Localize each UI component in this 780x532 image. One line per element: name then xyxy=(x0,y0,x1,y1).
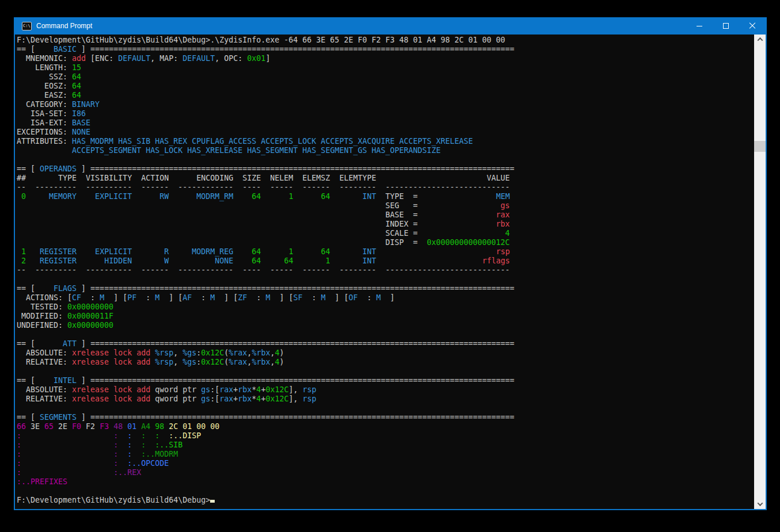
console-line: : : : : : :..DISP xyxy=(17,431,754,441)
console-line: ABSOLUTE: xrelease lock add qword ptr gs… xyxy=(17,385,754,395)
console-line xyxy=(17,275,754,284)
console-line: 1 REGISTER EXPLICIT R MODRM_REG 64 1 64 … xyxy=(17,247,754,257)
console-line: F:\Development\GitHub\zydis\Build64\Debu… xyxy=(17,496,754,505)
console-line: BASE = rax xyxy=(17,210,754,220)
console-line xyxy=(17,404,754,413)
console-line: : : : : :..SIB xyxy=(17,441,754,450)
console-line: RELATIVE: xrelease lock add %rsp, %gs:0x… xyxy=(17,358,754,367)
console-line xyxy=(17,367,754,376)
console-line: : : : :..MODRM xyxy=(17,450,754,459)
console-line: 0 MEMORY EXPLICIT RW MODRM_RM 64 1 64 IN… xyxy=(17,192,754,201)
console-line: EASZ: 64 xyxy=(17,91,754,100)
console-line: : : :..OPCODE xyxy=(17,459,754,468)
console-line: TESTED: 0x00000000 xyxy=(17,303,754,312)
console-line: ## TYPE VISIBILITY ACTION ENCODING SIZE … xyxy=(17,174,754,183)
console-line: INDEX = rbx xyxy=(17,220,754,229)
chevron-up-icon xyxy=(757,37,763,43)
scroll-down-button[interactable] xyxy=(754,499,766,509)
text-cursor xyxy=(210,496,215,503)
console-line: -- --------- ---------- ------ ---------… xyxy=(17,266,754,275)
console-line: F:\Development\GitHub\zydis\Build64\Debu… xyxy=(17,36,754,45)
window-content: F:\Development\GitHub\zydis\Build64\Debu… xyxy=(15,35,766,509)
console-line: -- --------- ---------- ------ ---------… xyxy=(17,183,754,192)
console-line: 2 REGISTER HIDDEN W NONE 64 64 1 INT rfl… xyxy=(17,257,754,266)
console-line: ACCEPTS_SEGMENT HAS_LOCK HAS_XRELEASE HA… xyxy=(17,146,754,155)
console-line: == [ OPERANDS ] ========================… xyxy=(17,164,754,174)
scroll-up-button[interactable] xyxy=(754,35,766,44)
console-line: MNEMONIC: add [ENC: DEFAULT, MAP: DEFAUL… xyxy=(17,54,754,63)
chevron-down-icon xyxy=(757,500,763,506)
console-line: EOSZ: 64 xyxy=(17,82,754,91)
console-line: 66 3E 65 2E F0 F2 F3 48 01 A4 98 2C 01 0… xyxy=(17,422,754,431)
console-line: == [ ATT ] =============================… xyxy=(17,339,754,349)
console-line: == [ BASIC ] ===========================… xyxy=(17,45,754,54)
console-line: DISP = 0x000000000000012C xyxy=(17,238,754,247)
console-line: ISA-SET: I86 xyxy=(17,109,754,118)
console-line: SEG = gs xyxy=(17,201,754,210)
console-line: SCALE = 4 xyxy=(17,229,754,238)
command-prompt-window: C:\ Command Prompt F:\Development\GitHub… xyxy=(14,17,767,510)
minimize-button[interactable] xyxy=(686,17,713,35)
console-line: ABSOLUTE: xrelease lock add %rsp, %gs:0x… xyxy=(17,349,754,358)
console-line xyxy=(17,487,754,496)
console-line: == [ SEGMENTS ] ========================… xyxy=(17,413,754,422)
title-bar[interactable]: C:\ Command Prompt xyxy=(15,17,766,35)
console-line: == [ INTEL ] ===========================… xyxy=(17,376,754,385)
cmd-icon[interactable]: C:\ xyxy=(22,22,32,30)
window-title: Command Prompt xyxy=(36,22,92,30)
console-line xyxy=(17,330,754,339)
console-line: EXCEPTIONS: NONE xyxy=(17,128,754,137)
scrollbar-thumb[interactable] xyxy=(754,141,766,152)
console-line: :..PREFIXES xyxy=(17,477,754,487)
console-line: ISA-EXT: BASE xyxy=(17,118,754,128)
console-line: CATEGORY: BINARY xyxy=(17,100,754,109)
maximize-button[interactable] xyxy=(713,17,739,35)
console-line: LENGTH: 15 xyxy=(17,63,754,72)
console-line: ACTIONS: [CF : M ] [PF : M ] [AF : M ] [… xyxy=(17,293,754,303)
close-button[interactable] xyxy=(739,17,766,35)
console-line: ATTRIBUTES: HAS_MODRM HAS_SIB HAS_REX CP… xyxy=(17,137,754,146)
console-line: == [ FLAGS ] ===========================… xyxy=(17,284,754,293)
vertical-scrollbar[interactable] xyxy=(754,35,766,509)
console-line xyxy=(17,155,754,164)
console-line: MODIFIED: 0x0000011F xyxy=(17,312,754,321)
close-icon xyxy=(749,22,756,29)
console-line: : :..REX xyxy=(17,468,754,477)
console-output[interactable]: F:\Development\GitHub\zydis\Build64\Debu… xyxy=(15,35,754,509)
minimize-icon xyxy=(697,26,702,26)
console-line: RELATIVE: xrelease lock add qword ptr gs… xyxy=(17,395,754,404)
maximize-icon xyxy=(723,23,729,29)
console-line: SSZ: 64 xyxy=(17,72,754,82)
console-line: UNDEFINED: 0x00000000 xyxy=(17,321,754,330)
